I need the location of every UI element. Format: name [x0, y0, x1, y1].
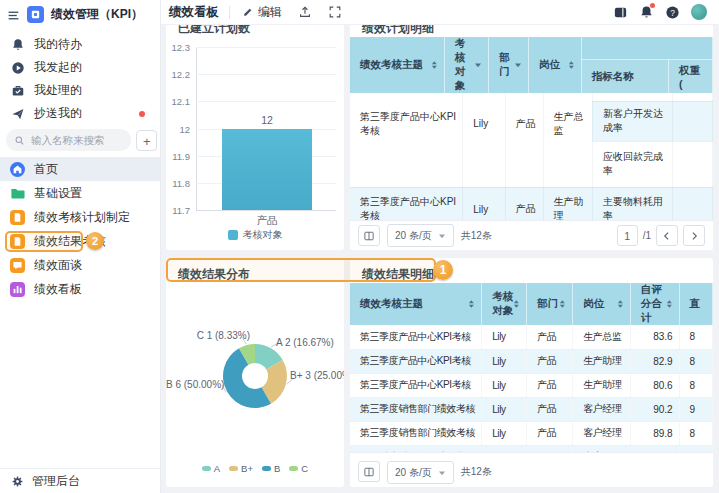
export-icon[interactable] — [298, 5, 312, 19]
panel-plan-detail-title: 绩效计划明细 — [362, 25, 434, 37]
y-tick-label: 12.3 — [166, 42, 190, 53]
sidebar-item-label: 我处理的 — [34, 82, 82, 99]
legend-item-A[interactable]: A — [202, 463, 220, 474]
search-box[interactable] — [6, 129, 131, 151]
cell-post: 客户经理 — [573, 421, 631, 445]
sort-icon[interactable] — [559, 299, 566, 309]
sub-col-header[interactable]: 权重 ( — [669, 60, 713, 93]
caret-down-icon[interactable] — [514, 61, 522, 69]
send-icon — [11, 107, 25, 121]
sidebar-menu-item-3[interactable]: 绩效考核计划制定 — [0, 205, 160, 229]
header-label: 考核对象 — [492, 290, 513, 318]
x-category-label: 产品 — [222, 214, 312, 228]
col-header-绩效考核主题[interactable]: 绩效考核主题 — [350, 37, 444, 93]
col-header-考核对象[interactable]: 考核对象 — [444, 37, 488, 93]
cell-target-link[interactable]: Lily — [463, 187, 506, 220]
col-header-部门[interactable]: 部门 — [527, 283, 573, 325]
sort-icon[interactable] — [468, 299, 475, 309]
cell-target-link[interactable]: Lily — [482, 373, 527, 397]
sidebar-menu-item-4[interactable]: 绩效结果考核 — [0, 229, 160, 253]
cell-dept-link[interactable]: 产品 — [527, 325, 573, 349]
donut-legend: AB+BC — [166, 463, 344, 474]
cell-dept-link[interactable]: 产品 — [505, 187, 543, 220]
col-header-岗位[interactable]: 岗位 — [573, 283, 631, 325]
search-input[interactable] — [29, 133, 123, 147]
cell-dept-link[interactable]: 产品 — [527, 397, 573, 421]
result-table-row: 第三季度产品中心KPI考核Lily产品生产助理82.98 — [350, 349, 713, 373]
cell-subject: 第三季度产品中心KPI考核 — [350, 187, 463, 220]
bell-icon[interactable] — [639, 5, 654, 20]
panel-plan-detail: 绩效计划明细 第三季度产品中心KPI考核Lily产品生产总监平均订单重量新客户开… — [350, 25, 713, 250]
page-size-select[interactable]: 20 条/页 — [387, 461, 454, 484]
sort-icon[interactable] — [513, 299, 520, 309]
sub-col-header[interactable]: 指标名称 — [581, 60, 668, 93]
sort-icon[interactable] — [431, 60, 438, 70]
panel-toggle-icon[interactable] — [613, 5, 628, 20]
play-icon — [11, 61, 25, 75]
total-count: 共12条 — [461, 229, 492, 243]
column-settings-button[interactable] — [358, 461, 380, 482]
sort-icon[interactable] — [568, 60, 575, 70]
legend-item-B[interactable]: B — [262, 463, 280, 474]
col-header-自评分合计[interactable]: 自评分合计 — [630, 283, 679, 325]
help-icon[interactable]: ? — [665, 5, 680, 20]
bar-chart-legend[interactable]: 考核对象 — [166, 228, 344, 242]
column-settings-button[interactable] — [358, 225, 380, 246]
x-axis-line — [196, 210, 336, 211]
legend-label: A — [214, 463, 220, 474]
sidebar-item-case[interactable]: 我处理的 — [0, 79, 160, 102]
fullscreen-icon[interactable] — [328, 5, 342, 19]
board-icon — [10, 282, 25, 297]
cell-target-link[interactable]: Lily — [482, 325, 527, 349]
col-header-绩效考核主题[interactable]: 绩效考核主题 — [350, 283, 482, 325]
add-button[interactable]: + — [136, 130, 157, 151]
sort-icon[interactable] — [617, 299, 624, 309]
cell-self-score: 82.9 — [630, 349, 679, 373]
sidebar-menu-item-5[interactable]: 绩效面谈 — [0, 253, 160, 277]
current-page[interactable]: 1 — [617, 225, 638, 246]
col-header-部门[interactable]: 部门 — [489, 37, 529, 93]
legend-marker — [229, 466, 238, 471]
col-header-岗位[interactable]: 岗位 — [528, 37, 581, 93]
topbar-divider — [229, 6, 230, 19]
y-tick-label: 11.8 — [166, 178, 190, 189]
sidebar-menu-label: 首页 — [34, 161, 58, 178]
cell-dept-link[interactable]: 产品 — [527, 373, 573, 397]
cell-target-link[interactable]: Lily — [482, 349, 527, 373]
donut-chart — [166, 258, 344, 458]
cell-target-link[interactable]: Lily — [482, 397, 527, 421]
bell-icon — [11, 38, 25, 52]
plan-table-header: 绩效考核主题考核对象部门岗位指标名称权重 ( — [350, 37, 713, 93]
cell-weight — [672, 101, 712, 141]
cell-target-link[interactable]: Lily — [482, 421, 527, 445]
col-header-直[interactable]: 直 — [679, 283, 712, 325]
sidebar-menu-item-6[interactable]: 绩效看板 — [0, 277, 160, 301]
caret-down-icon[interactable] — [474, 61, 482, 69]
prev-page-button[interactable] — [656, 225, 678, 246]
page-size-select[interactable]: 20 条/页 — [387, 224, 454, 247]
cell-subject: 第三季度销售部门绩效考核 — [350, 421, 482, 445]
sidebar-item-play[interactable]: 我发起的 — [0, 56, 160, 79]
cell-subject: 第三季度销售部门绩效考核 — [350, 397, 482, 421]
cell-self-score: 89.8 — [630, 421, 679, 445]
cell-weight — [672, 141, 712, 187]
avatar[interactable] — [691, 4, 707, 20]
page-total: /1 — [643, 230, 651, 241]
legend-item-C[interactable]: C — [289, 463, 308, 474]
sidebar-item-bell[interactable]: 我的待办 — [0, 33, 160, 56]
sidebar-header: 绩效管理（KPI） — [0, 0, 160, 28]
cell-dept-link[interactable]: 产品 — [527, 421, 573, 445]
sidebar-menu-item-2[interactable]: 基础设置 — [0, 181, 160, 205]
sidebar-menu-item-1[interactable]: 首页 — [0, 157, 160, 181]
sidebar-item-send[interactable]: 抄送我的 — [0, 102, 160, 125]
hamburger-icon[interactable] — [7, 8, 20, 21]
cell-dept-link[interactable]: 产品 — [527, 349, 573, 373]
folder-icon — [10, 186, 25, 201]
admin-backend-item[interactable]: 管理后台 — [0, 468, 160, 493]
edit-button[interactable]: 编辑 — [242, 4, 282, 21]
next-page-button[interactable] — [683, 225, 705, 246]
legend-item-B+[interactable]: B+ — [229, 463, 253, 474]
tab-dashboard[interactable]: 绩效看板 — [161, 4, 229, 21]
sort-icon[interactable] — [666, 299, 673, 309]
col-header-考核对象[interactable]: 考核对象 — [482, 283, 527, 325]
